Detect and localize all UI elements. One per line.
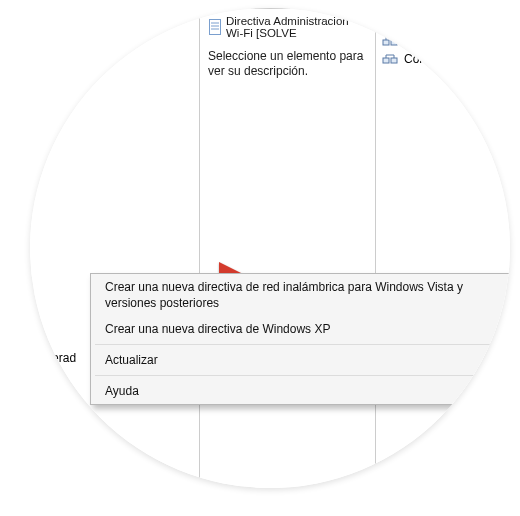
menu-separator	[95, 344, 510, 345]
menu-item-new-vista[interactable]: Crear una nueva directiva de red inalámb…	[91, 274, 510, 316]
circle-clip: EEE 802.3) uridad avanzada le listas de …	[30, 8, 510, 488]
menu-separator	[95, 375, 510, 376]
context-menu: Crear una nueva directiva de red inalámb…	[90, 273, 510, 405]
menu-item-new-xp[interactable]: Crear una nueva directiva de Windows XP	[91, 316, 510, 342]
tree-item-netlist[interactable]: le listas de redes	[30, 244, 199, 262]
list-row-2[interactable]: Configuración	[376, 50, 510, 68]
svg-rect-7	[391, 58, 397, 63]
tree-item-security[interactable]: uridad avanzada	[30, 226, 199, 244]
list-pane: Nombre Configuració	[375, 8, 510, 488]
list-row-1[interactable]: Configuració	[376, 32, 510, 50]
svg-rect-6	[383, 58, 389, 63]
list-cell-name: Configuració	[404, 34, 471, 48]
description-pane: Directiva Administracion Wi-Fi [SOLVE Se…	[200, 8, 375, 488]
svg-rect-0	[210, 20, 221, 35]
tree-item-ieee8023[interactable]: EEE 802.3)	[30, 208, 199, 226]
column-header-name[interactable]: Nombre	[376, 9, 510, 32]
network-icon	[382, 52, 398, 66]
list-cell-name: Configuración	[404, 52, 478, 66]
network-icon	[382, 34, 398, 48]
svg-rect-5	[391, 40, 397, 45]
menu-item-help[interactable]: Ayuda	[91, 378, 510, 404]
document-icon	[208, 19, 222, 35]
description-text: Seleccione un elemento para ver su descr…	[208, 49, 367, 79]
svg-rect-4	[383, 40, 389, 45]
mmc-window: EEE 802.3) uridad avanzada le listas de …	[30, 8, 510, 488]
tree-pane: EEE 802.3) uridad avanzada le listas de …	[30, 8, 200, 488]
menu-item-refresh[interactable]: Actualizar	[91, 347, 510, 373]
description-title: Directiva Administracion Wi-Fi [SOLVE	[226, 15, 367, 39]
